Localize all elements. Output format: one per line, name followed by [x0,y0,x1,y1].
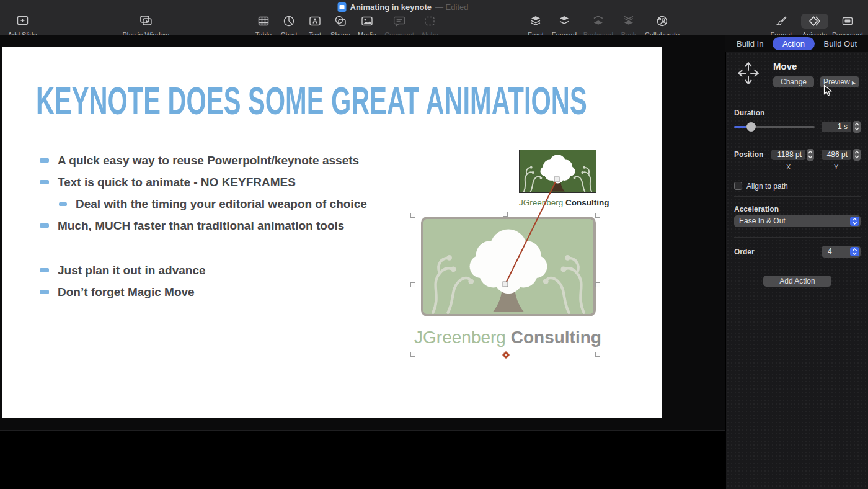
slide[interactable]: KEYNOTE DOES SOME GREAT ANIMATIONS A qui… [2,47,662,418]
add-slide-icon [9,14,36,29]
duration-value-field[interactable]: 1 s [822,122,851,132]
x-axis-label: X [786,163,790,171]
tab-build-in[interactable]: Build In [732,37,768,50]
popup-chevrons-icon [850,217,859,226]
section-divider [734,237,861,238]
section-divider [734,196,861,197]
bullet-marker [59,202,67,206]
slide-canvas: KEYNOTE DOES SOME GREAT ANIMATIONS A qui… [0,35,725,489]
table-icon [250,14,277,29]
bullet-item: A quick easy way to reuse Powerpoint/key… [40,150,449,171]
position-y-stepper[interactable] [853,149,861,161]
bullet-item: Don’t forget Magic Move [40,281,449,303]
tree-graphic [520,150,596,192]
bullet-marker [40,158,49,163]
y-axis-label: Y [834,163,838,171]
front-button[interactable]: Front [522,14,549,38]
bullet-item: Just plan it out in advance [40,259,449,281]
bullet-item-sub: Deal with the timing your editorial weap… [40,193,449,215]
canvas-background: KEYNOTE DOES SOME GREAT ANIMATIONS A qui… [0,35,725,431]
duration-stepper[interactable] [853,121,861,133]
bullet-marker [40,290,49,294]
bullet-item: Text is quick to animate - NO KEYFRAMES [40,171,449,193]
acceleration-dropdown[interactable]: Ease In & Out [734,215,861,227]
position-x-stepper[interactable] [807,149,814,161]
selection-handle[interactable] [596,352,600,357]
add-slide-button[interactable]: Add Slide [7,14,37,38]
shape-button[interactable]: Shape [327,14,354,38]
toolbar: Animating in keynote — Edited Add Slide … [0,0,868,35]
acceleration-label: Acceleration [734,205,779,213]
slide-title-text[interactable]: KEYNOTE DOES SOME GREAT ANIMATIONS [36,78,587,123]
section-divider [734,266,861,266]
chart-icon [276,14,302,29]
tab-action[interactable]: Action [773,37,815,50]
format-brush-icon [768,14,794,29]
shape-icon [327,14,354,29]
move-effect-icon [736,60,761,87]
bullet-marker [40,268,49,272]
preview-play-glyph: ▶ [852,80,856,86]
bullet-text-box[interactable]: A quick easy way to reuse Powerpoint/key… [40,150,449,303]
play-icon [132,14,159,29]
logo-image-destination[interactable] [421,217,596,316]
bullet-item: Much, MUCH faster than traditional anima… [40,215,449,236]
bring-forward-icon [551,14,578,29]
align-to-path-label: Align to path [746,182,788,191]
send-backward-icon [585,14,612,29]
order-dropdown[interactable]: 4 [822,246,861,258]
position-x-field[interactable]: 1188 pt [771,150,805,160]
comment-button: Comment [384,14,414,38]
back-button: Back [615,14,642,38]
table-button[interactable]: Table [250,14,277,38]
align-to-path-checkbox[interactable] [734,182,742,190]
media-button[interactable]: Media [353,14,381,38]
bullet-marker [40,180,49,184]
selection-handle[interactable] [503,212,508,217]
mouse-cursor [823,84,832,97]
alpha-button: Alpha [417,14,443,38]
position-y-field[interactable]: 486 pt [822,150,851,160]
selection-handle[interactable] [596,213,600,218]
media-icon [353,14,381,29]
selection-handle[interactable] [411,352,415,357]
bring-to-front-icon [522,14,549,29]
tree-graphic-faded [423,219,593,314]
path-endpoint-diamond[interactable] [502,351,510,359]
keynote-window: Animating in keynote — Edited Add Slide … [0,0,868,489]
position-label: Position [734,150,763,159]
logo-image-start[interactable] [519,150,596,193]
document-title: Animating in keynote [350,2,432,12]
backward-button: Backward [583,14,613,38]
selection-handle[interactable] [596,283,600,287]
effect-name: Move [773,61,797,71]
popup-chevrons-icon [850,247,859,256]
section-divider [734,141,861,141]
action-inspector-panel: Move Change Preview ▶ Duration 1 s Posit… [725,52,868,489]
change-effect-button[interactable]: Change [773,76,814,87]
logo-wordmark-start: JGreenberg Consulting [519,198,601,207]
document-icon [835,14,861,29]
order-label: Order [734,248,755,256]
logo-wordmark-destination: JGreenberg Consulting [409,328,607,348]
play-in-window-button[interactable]: Play in Window [122,14,169,38]
edited-status: — Edited [435,2,468,12]
duration-slider[interactable] [734,126,815,128]
chart-button[interactable]: Chart [276,14,302,38]
comment-icon [386,14,413,29]
tab-build-out[interactable]: Build Out [819,37,862,50]
text-button[interactable]: Text [301,14,329,38]
window-title: Animating in keynote — Edited [338,2,469,12]
collaborate-icon [649,14,676,29]
keynote-doc-icon [338,2,347,12]
send-to-back-icon [615,14,642,29]
duration-slider-thumb[interactable] [746,122,756,132]
collaborate-button[interactable]: Collaborate [645,14,680,38]
animate-icon [801,14,828,29]
duration-label: Duration [734,109,764,117]
animate-button[interactable]: Animate [801,14,828,38]
document-button[interactable]: Document [832,14,863,38]
forward-button[interactable]: Forward [551,14,578,38]
format-button[interactable]: Format [768,14,794,38]
add-action-button[interactable]: Add Action [763,276,831,287]
